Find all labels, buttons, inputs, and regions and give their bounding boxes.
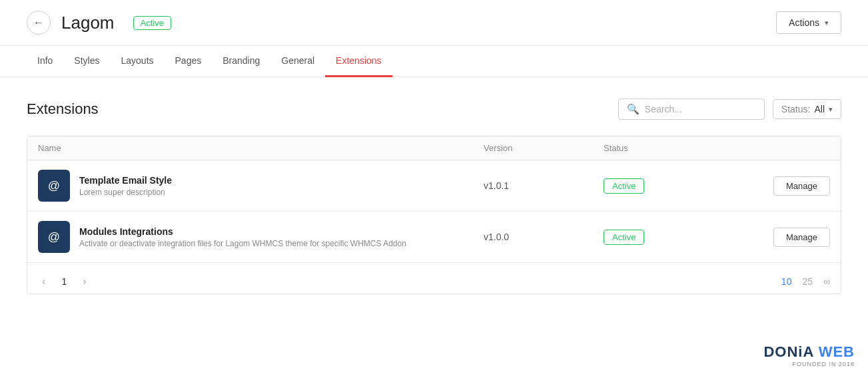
page-header: ← Lagom Active Actions ▾ <box>0 0 868 46</box>
manage-button[interactable]: Manage <box>773 228 830 247</box>
search-icon: 🔍 <box>627 103 640 115</box>
tab-bar: Info Styles Layouts Pages Branding Gener… <box>0 46 868 77</box>
pagination-left: ‹ 1 › <box>38 272 91 291</box>
pagination: ‹ 1 › 10 25 ∞ <box>27 263 841 293</box>
table-header: Name Version Status <box>27 136 841 160</box>
search-input[interactable] <box>645 104 756 114</box>
per-page-all[interactable]: ∞ <box>823 276 830 287</box>
status-cell: Active <box>604 230 737 245</box>
col-status: Status <box>604 143 737 153</box>
table-row: @ Template Email Style Lorem super descr… <box>27 160 841 212</box>
prev-page-button[interactable]: ‹ <box>38 273 49 290</box>
tab-pages[interactable]: Pages <box>165 46 213 77</box>
extension-name: Template Email Style <box>79 175 172 186</box>
chevron-down-icon: ▾ <box>829 105 833 114</box>
table-row: @ Modules Integrations Activate or deact… <box>27 212 841 263</box>
tab-styles[interactable]: Styles <box>63 46 110 77</box>
tab-branding[interactable]: Branding <box>212 46 270 77</box>
extension-icon: @ <box>38 221 70 253</box>
active-badge: Active <box>604 230 644 245</box>
tab-extensions[interactable]: Extensions <box>325 46 392 77</box>
per-page-25[interactable]: 25 <box>802 276 813 287</box>
action-cell: Manage <box>737 176 830 196</box>
extension-description: Lorem super description <box>79 188 172 197</box>
action-cell: Manage <box>737 228 830 247</box>
version-cell: v1.0.1 <box>484 180 604 191</box>
status-cell: Active <box>604 178 737 194</box>
extensions-controls: 🔍 Status: All ▾ <box>618 98 841 120</box>
pagination-right: 10 25 ∞ <box>781 276 830 287</box>
next-page-button[interactable]: › <box>79 273 90 290</box>
status-filter-dropdown[interactable]: Status: All ▾ <box>773 99 841 119</box>
tab-general[interactable]: General <box>270 46 325 77</box>
main-content: Extensions 🔍 Status: All ▾ Name Version … <box>0 77 868 315</box>
active-badge: Active <box>604 178 644 194</box>
header-status-badge: Active <box>133 16 171 30</box>
header-left: ← Lagom Active <box>27 11 171 35</box>
extension-info: @ Template Email Style Lorem super descr… <box>38 170 484 202</box>
version-cell: v1.0.0 <box>484 232 604 242</box>
tab-layouts[interactable]: Layouts <box>110 46 164 77</box>
search-box: 🔍 <box>618 98 765 120</box>
extensions-header: Extensions 🔍 Status: All ▾ <box>27 98 841 120</box>
col-action <box>737 143 830 153</box>
extension-icon: @ <box>38 170 70 202</box>
extensions-table: Name Version Status @ Template Email Sty… <box>27 136 841 294</box>
back-button[interactable]: ← <box>27 11 51 35</box>
back-icon: ← <box>33 17 44 29</box>
extensions-title: Extensions <box>27 100 99 118</box>
col-version: Version <box>484 143 604 153</box>
extension-info: @ Modules Integrations Activate or deact… <box>38 221 484 253</box>
extension-text: Modules Integrations Activate or deactiv… <box>79 226 406 248</box>
col-name: Name <box>38 143 484 153</box>
extension-description: Activate or deactivate integration files… <box>79 239 406 248</box>
tab-info[interactable]: Info <box>27 46 63 77</box>
per-page-10[interactable]: 10 <box>781 276 792 287</box>
actions-label: Actions <box>789 17 819 28</box>
extension-text: Template Email Style Lorem super descrip… <box>79 175 172 197</box>
chevron-down-icon: ▾ <box>825 19 829 27</box>
status-filter-label: Status: <box>781 104 811 114</box>
status-filter-value: All <box>814 104 825 114</box>
extension-name: Modules Integrations <box>79 226 406 237</box>
current-page[interactable]: 1 <box>55 272 73 291</box>
page-title: Lagom <box>61 13 115 33</box>
actions-button[interactable]: Actions ▾ <box>776 11 841 34</box>
manage-button[interactable]: Manage <box>773 176 830 196</box>
